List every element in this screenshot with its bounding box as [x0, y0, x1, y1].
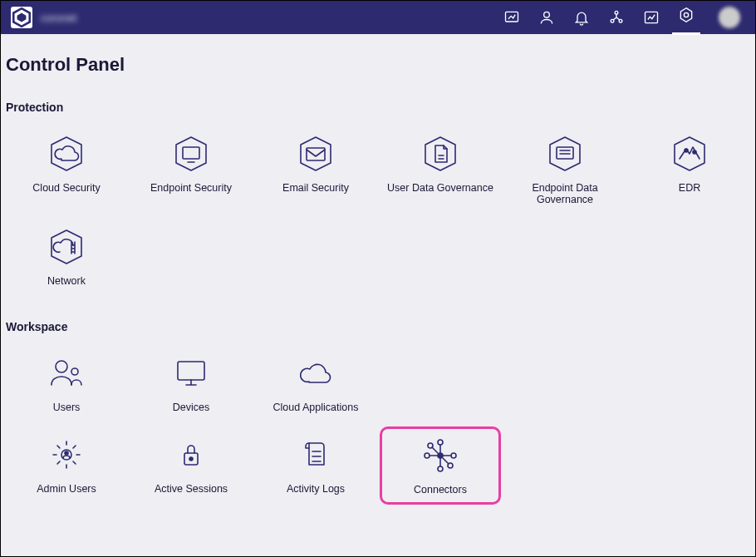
svg-marker-21 [52, 230, 81, 264]
tile-cloud-applications[interactable]: Cloud Applications [255, 345, 376, 420]
admin-users-icon [45, 433, 88, 476]
svg-point-29 [438, 453, 443, 458]
svg-point-3 [544, 12, 550, 17]
tile-cloud-security[interactable]: Cloud Security [6, 126, 127, 212]
svg-point-4 [615, 11, 618, 14]
avatar[interactable] [719, 7, 740, 28]
endpoint-data-governance-icon [543, 132, 587, 175]
svg-marker-11 [176, 137, 206, 170]
tile-endpoint-security[interactable]: Endpoint Security [130, 126, 252, 212]
section-title-workspace: Workspace [6, 320, 750, 333]
tile-label: Endpoint Security [150, 182, 232, 194]
svg-rect-17 [557, 147, 573, 159]
tile-activity-logs[interactable]: Activity Logs [255, 426, 376, 505]
bell-icon[interactable] [572, 8, 591, 27]
topbar-actions [503, 7, 745, 28]
svg-marker-15 [425, 137, 455, 170]
tile-connectors[interactable]: Connectors [380, 426, 501, 505]
tile-user-data-governance[interactable]: User Data Governance [380, 126, 501, 212]
activity-logs-icon [294, 433, 337, 476]
svg-point-28 [189, 457, 193, 461]
tile-label: EDR [679, 182, 700, 194]
cloud-security-icon [45, 132, 88, 175]
svg-point-26 [65, 451, 68, 455]
content-area: Control Panel Protection Cloud Security … [1, 34, 755, 556]
section-title-protection: Protection [6, 101, 750, 114]
brand-name: coronet [41, 12, 76, 24]
svg-point-22 [56, 361, 67, 372]
cloud-applications-icon [294, 352, 337, 395]
tile-label: Connectors [414, 484, 467, 495]
tile-email-security[interactable]: Email Security [255, 126, 376, 212]
svg-point-9 [684, 12, 688, 17]
email-security-icon [294, 132, 337, 175]
tile-label: Activity Logs [287, 483, 345, 495]
svg-point-31 [438, 466, 443, 471]
tile-devices[interactable]: Devices [130, 345, 252, 420]
active-sessions-icon [169, 433, 213, 476]
svg-marker-1 [17, 13, 27, 22]
tile-label: Users [53, 402, 81, 413]
svg-point-30 [438, 440, 443, 445]
tile-edr[interactable]: EDR [629, 126, 750, 212]
brand-logo[interactable] [11, 7, 32, 28]
svg-marker-8 [680, 8, 691, 22]
svg-point-32 [425, 453, 430, 458]
tile-label: Devices [173, 402, 209, 413]
connectors-icon [419, 434, 462, 477]
chart-icon[interactable] [642, 8, 660, 27]
gear-icon[interactable] [677, 8, 695, 27]
svg-point-33 [451, 453, 456, 458]
tile-active-sessions[interactable]: Active Sessions [130, 426, 252, 505]
endpoint-security-icon [169, 132, 213, 175]
svg-point-19 [685, 149, 688, 152]
tile-admin-users[interactable]: Admin Users [6, 426, 127, 505]
protection-grid: Cloud Security Endpoint Security Email S… [6, 126, 750, 293]
tile-label: Admin Users [37, 483, 96, 495]
edr-icon [668, 132, 711, 175]
devices-icon [169, 352, 213, 395]
svg-rect-12 [183, 147, 199, 159]
tile-label: Network [47, 275, 86, 287]
svg-marker-13 [301, 137, 331, 170]
page-title: Control Panel [6, 54, 750, 76]
dashboard-icon[interactable] [503, 8, 521, 27]
user-icon[interactable] [538, 8, 556, 27]
tile-network[interactable]: Network [6, 219, 127, 293]
user-data-governance-icon [419, 132, 462, 175]
topbar: coronet [1, 1, 755, 34]
svg-point-20 [693, 150, 696, 154]
tile-label: Endpoint Data Governance [508, 182, 622, 205]
svg-rect-14 [307, 148, 325, 160]
network-icon [45, 225, 88, 269]
hexagon-icon [11, 7, 32, 28]
workspace-grid: Users Devices Cloud Applications Admin U… [6, 345, 750, 505]
tile-label: User Data Governance [387, 182, 493, 194]
tile-label: Email Security [282, 182, 349, 194]
tile-label: Cloud Applications [273, 402, 359, 413]
tile-users[interactable]: Users [6, 345, 127, 420]
users-icon [45, 352, 88, 395]
nodes-icon[interactable] [607, 8, 626, 27]
svg-point-23 [71, 368, 78, 375]
tile-endpoint-data-governance[interactable]: Endpoint Data Governance [504, 126, 626, 212]
tile-label: Active Sessions [155, 483, 228, 495]
svg-rect-24 [178, 362, 204, 380]
tile-label: Cloud Security [32, 182, 100, 194]
